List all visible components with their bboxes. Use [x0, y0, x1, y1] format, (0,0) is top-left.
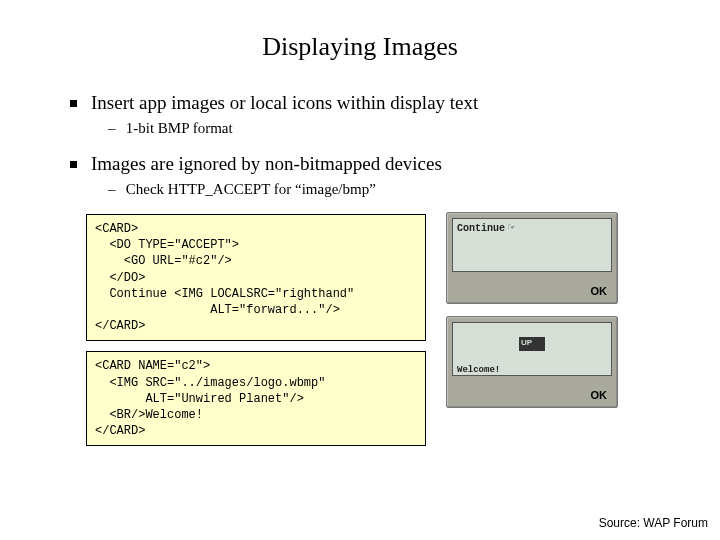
dash-icon: –: [108, 120, 122, 137]
bullet-list: Insert app images or local icons within …: [70, 92, 660, 198]
bullet-text: Images are ignored by non-bitmapped devi…: [91, 153, 442, 175]
bullet-item: Insert app images or local icons within …: [70, 92, 660, 114]
code-block-2: <CARD NAME="c2"> <IMG SRC="../images/log…: [86, 351, 426, 446]
code-column: <CARD> <DO TYPE="ACCEPT"> <GO URL="#c2"/…: [86, 214, 426, 446]
screen-line: Continue ☞: [457, 222, 607, 234]
up-logo-icon: UP: [519, 337, 545, 351]
bullet-text: Insert app images or local icons within …: [91, 92, 478, 114]
phone-mockup-1: Continue ☞ OK: [446, 212, 618, 304]
phone-mockups: Continue ☞ OK UP Welcome! OK: [446, 212, 618, 446]
dash-icon: –: [108, 181, 122, 198]
logo-text: UP: [521, 338, 532, 347]
phone-mockup-2: UP Welcome! OK: [446, 316, 618, 408]
phone-screen: UP Welcome!: [452, 322, 612, 376]
righthand-icon: ☞: [508, 222, 515, 234]
phone-screen: Continue ☞: [452, 218, 612, 272]
ok-label: OK: [591, 285, 608, 297]
sub-bullet-text: Check HTTP_ACCEPT for “image/bmp”: [126, 181, 376, 197]
bullet-icon: [70, 100, 77, 107]
code-block-1: <CARD> <DO TYPE="ACCEPT"> <GO URL="#c2"/…: [86, 214, 426, 341]
bullet-item: Images are ignored by non-bitmapped devi…: [70, 153, 660, 175]
source-attribution: Source: WAP Forum: [599, 516, 708, 530]
welcome-text: Welcome!: [457, 365, 607, 375]
sub-bullet: – 1-bit BMP format: [108, 120, 660, 137]
slide-title: Displaying Images: [0, 32, 720, 62]
sub-bullet-text: 1-bit BMP format: [126, 120, 233, 136]
ok-label: OK: [591, 389, 608, 401]
bullet-icon: [70, 161, 77, 168]
screen-text: Continue: [457, 223, 505, 234]
example-row: <CARD> <DO TYPE="ACCEPT"> <GO URL="#c2"/…: [86, 214, 720, 446]
sub-bullet: – Check HTTP_ACCEPT for “image/bmp”: [108, 181, 660, 198]
